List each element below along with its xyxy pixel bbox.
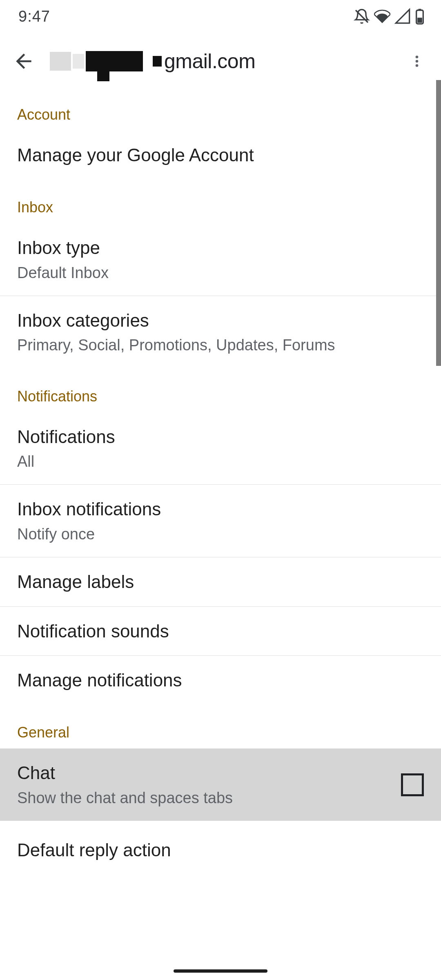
account-email-title: gmail.com (50, 49, 393, 73)
row-sub: All (17, 451, 424, 472)
redacted-block (86, 51, 143, 71)
more-options-button[interactable] (403, 47, 431, 76)
row-inbox-notifications[interactable]: Inbox notifications Notify once (0, 485, 441, 557)
wifi-icon (374, 8, 390, 24)
section-header-account: Account (0, 90, 441, 131)
row-inbox-type[interactable]: Inbox type Default Inbox (0, 223, 441, 296)
row-title: Chat (17, 761, 390, 785)
navigation-handle[interactable] (174, 969, 267, 973)
row-title: Default reply action (17, 838, 424, 862)
svg-rect-2 (419, 9, 421, 10)
svg-rect-3 (417, 18, 422, 22)
app-bar: gmail.com (0, 33, 441, 90)
row-default-reply-action[interactable]: Default reply action (0, 821, 441, 862)
status-time: 9:47 (18, 8, 50, 25)
redacted-block (153, 56, 162, 67)
row-title: Manage your Google Account (17, 143, 424, 167)
svg-point-5 (416, 60, 419, 63)
section-header-inbox: Inbox (0, 179, 441, 223)
row-sub: Show the chat and spaces tabs (17, 788, 390, 808)
row-manage-google-account[interactable]: Manage your Google Account (0, 131, 441, 179)
row-inbox-categories[interactable]: Inbox categories Primary, Social, Promot… (0, 296, 441, 368)
status-icons (354, 8, 425, 24)
row-title: Inbox type (17, 236, 424, 260)
scrollbar-indicator[interactable] (436, 80, 441, 366)
email-domain-text: gmail.com (164, 49, 255, 73)
more-vert-icon (410, 54, 424, 69)
row-title: Manage labels (17, 570, 424, 594)
row-title: Inbox notifications (17, 497, 424, 521)
chat-checkbox[interactable] (401, 773, 424, 796)
redacted-block (73, 54, 84, 69)
row-sub: Primary, Social, Promotions, Updates, Fo… (17, 335, 424, 356)
cell-signal-icon (394, 8, 411, 24)
svg-point-4 (416, 56, 419, 58)
arrow-back-icon (12, 50, 35, 73)
section-header-general: General (0, 704, 441, 748)
settings-content: Account Manage your Google Account Inbox… (0, 90, 441, 862)
back-button[interactable] (7, 45, 40, 78)
row-notification-sounds[interactable]: Notification sounds (0, 607, 441, 656)
row-title: Notification sounds (17, 619, 424, 643)
row-manage-notifications[interactable]: Manage notifications (0, 656, 441, 704)
svg-point-6 (416, 64, 419, 67)
row-title: Inbox categories (17, 308, 424, 332)
section-header-notifications: Notifications (0, 368, 441, 412)
row-title: Manage notifications (17, 668, 424, 692)
row-notifications[interactable]: Notifications All (0, 412, 441, 485)
row-manage-labels[interactable]: Manage labels (0, 557, 441, 606)
dnd-icon (354, 8, 370, 24)
row-sub: Notify once (17, 524, 424, 545)
row-chat[interactable]: Chat Show the chat and spaces tabs (0, 748, 441, 821)
row-sub: Default Inbox (17, 263, 424, 283)
status-bar: 9:47 (0, 0, 441, 33)
redacted-block (50, 52, 71, 71)
battery-icon (415, 8, 425, 24)
row-title: Notifications (17, 425, 424, 449)
